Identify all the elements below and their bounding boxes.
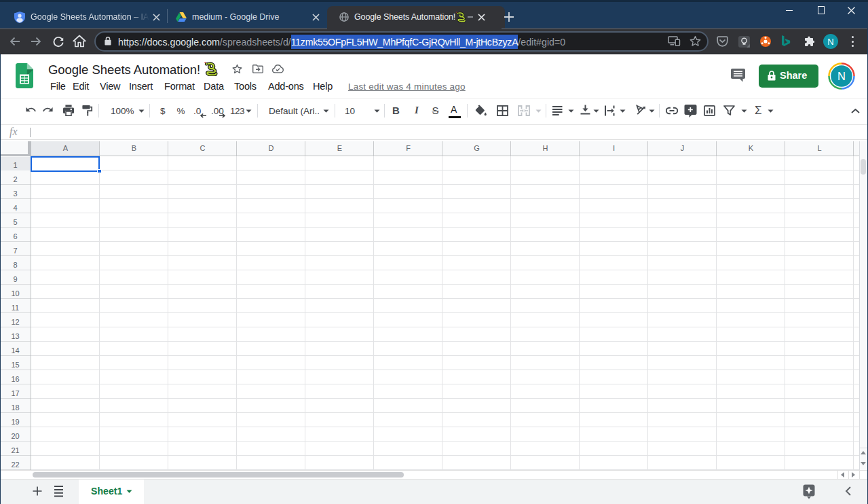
svg-text:N: N (837, 70, 846, 82)
